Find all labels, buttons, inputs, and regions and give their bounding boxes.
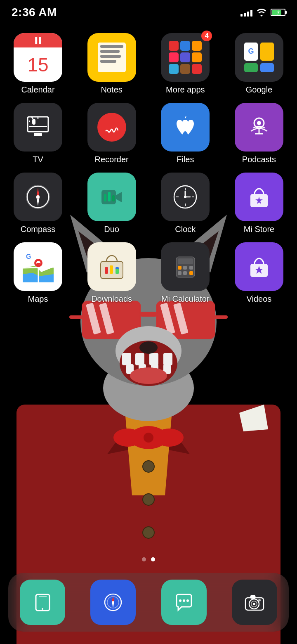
app-mi-store[interactable]: Mi Store <box>229 173 290 234</box>
app-row-2: TV Recorder Files <box>7 103 290 164</box>
svg-rect-92 <box>189 271 193 275</box>
svg-marker-59 <box>116 192 122 202</box>
status-icons <box>240 8 285 17</box>
svg-point-9 <box>144 433 153 443</box>
files-icon <box>161 103 210 152</box>
svg-rect-33 <box>149 353 158 365</box>
svg-point-107 <box>253 603 255 605</box>
svg-point-102 <box>183 599 185 602</box>
dock-phone[interactable] <box>20 580 65 625</box>
calculator-icon <box>161 242 210 291</box>
badge: 4 <box>201 31 212 41</box>
mi-store-icon <box>235 173 283 221</box>
app-google[interactable]: G Google <box>229 33 290 95</box>
svg-point-70 <box>184 196 186 198</box>
app-label: Notes <box>101 85 123 95</box>
svg-text:G: G <box>26 253 31 260</box>
app-maps[interactable]: G Maps <box>7 242 68 304</box>
svg-rect-47 <box>32 119 35 125</box>
svg-rect-61 <box>108 192 111 201</box>
svg-rect-60 <box>104 194 106 201</box>
app-mi-calculator[interactable]: Mi Calculator <box>155 242 216 304</box>
svg-rect-82 <box>110 265 113 274</box>
app-row-3: Compass Duo <box>7 173 290 234</box>
dock-browser[interactable] <box>90 580 136 625</box>
app-calendar[interactable]: ▐ ▌ 15 Calendar <box>7 33 68 95</box>
svg-rect-32 <box>135 353 144 365</box>
app-label: Clock <box>175 225 196 234</box>
svg-rect-44 <box>34 133 42 136</box>
google-folder-icon: G <box>235 33 283 82</box>
svg-rect-91 <box>183 271 187 275</box>
app-notes[interactable]: Notes <box>81 33 142 95</box>
app-tv[interactable]: TV <box>7 103 68 164</box>
svg-point-57 <box>36 195 40 199</box>
app-label: Downloads <box>91 294 132 304</box>
signal-icon <box>240 8 252 17</box>
svg-point-50 <box>257 121 261 125</box>
svg-rect-81 <box>105 267 108 274</box>
app-label: Podcasts <box>242 155 276 164</box>
app-more-apps[interactable]: 4 More apps <box>155 33 216 95</box>
app-label: Mi Calculator <box>161 294 210 304</box>
podcasts-icon <box>235 103 283 152</box>
svg-rect-86 <box>178 258 193 264</box>
app-files[interactable]: Files <box>155 103 216 164</box>
app-row-1: ▐ ▌ 15 Calendar Notes <box>7 33 290 95</box>
svg-point-109 <box>258 599 261 601</box>
svg-rect-34 <box>163 353 172 365</box>
dock-messages[interactable] <box>161 580 207 625</box>
svg-point-11 <box>143 494 154 505</box>
app-recorder[interactable]: Recorder <box>81 103 142 164</box>
app-label: TV <box>33 155 43 164</box>
app-label: Maps <box>28 294 48 304</box>
app-grid: ▐ ▌ 15 Calendar Notes <box>0 33 297 312</box>
svg-rect-89 <box>189 266 193 270</box>
svg-rect-42 <box>28 117 48 132</box>
svg-point-40 <box>139 341 158 354</box>
svg-rect-90 <box>178 271 182 275</box>
page-indicators <box>0 557 297 561</box>
app-label: Recorder <box>95 155 129 164</box>
svg-marker-41 <box>277 9 280 15</box>
app-podcasts[interactable]: Podcasts <box>229 103 290 164</box>
battery-icon <box>271 9 285 16</box>
app-clock[interactable]: Clock <box>155 173 216 234</box>
svg-rect-26 <box>139 312 158 317</box>
status-bar: 2:36 AM <box>0 0 297 25</box>
app-label: Files <box>177 155 194 164</box>
app-compass[interactable]: Compass <box>7 173 68 234</box>
app-label: Duo <box>104 225 119 234</box>
wifi-icon <box>257 8 266 17</box>
app-label: Mi Store <box>244 225 274 234</box>
calendar-icon: ▐ ▌ 15 <box>14 33 62 82</box>
svg-rect-84 <box>116 269 119 274</box>
app-duo[interactable]: Duo <box>81 173 142 234</box>
maps-icon: G <box>14 242 62 291</box>
svg-point-10 <box>143 461 154 472</box>
tv-icon <box>14 103 62 152</box>
svg-point-8 <box>155 429 184 447</box>
app-label: Compass <box>21 225 55 234</box>
dock <box>8 573 289 632</box>
svg-rect-108 <box>250 595 255 599</box>
app-row-4: G Maps Downloads <box>7 242 290 304</box>
app-videos[interactable]: Videos <box>229 242 290 304</box>
app-downloads[interactable]: Downloads <box>81 242 142 304</box>
dock-camera[interactable] <box>232 580 277 625</box>
svg-rect-88 <box>183 266 187 270</box>
svg-point-101 <box>179 599 182 602</box>
videos-icon <box>235 242 283 291</box>
svg-point-12 <box>143 527 154 538</box>
page-dot-1[interactable] <box>142 557 146 561</box>
folder-icon: 4 <box>161 33 210 82</box>
notes-icon <box>87 33 136 82</box>
svg-rect-87 <box>178 266 182 270</box>
recorder-icon <box>87 103 136 152</box>
page-dot-2[interactable] <box>151 557 155 561</box>
app-label: Google <box>246 85 273 95</box>
clock-icon <box>161 173 210 221</box>
svg-rect-31 <box>122 353 131 365</box>
svg-point-100 <box>112 601 114 604</box>
downloads-icon <box>87 242 136 291</box>
